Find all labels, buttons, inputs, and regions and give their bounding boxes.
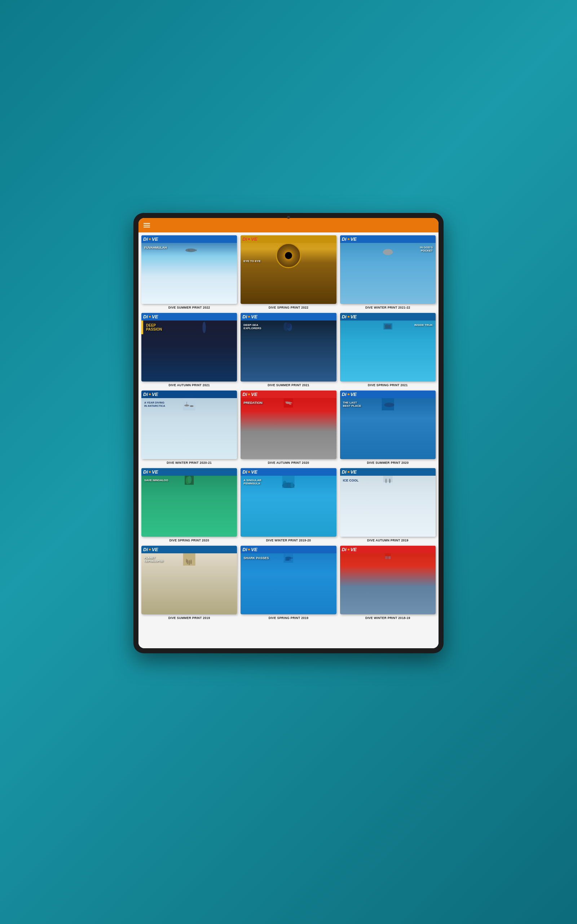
magazine-title: DIVE AUTUMN PRINT 2019 [367,538,408,542]
svg-point-44 [189,560,190,565]
content-area[interactable]: DiVE FUVAHMULAH [139,233,438,648]
magazine-title: DIVE AUTUMN PRINT 2021 [168,383,210,387]
list-item[interactable]: DiVE DEEP-SEAEXPLORERS [240,313,336,387]
magazine-cover-spring2021[interactable]: DiVE INSIDE TRUK [340,313,436,381]
magazine-cover-summer2020[interactable]: DiVE THE LASTBEST PLACE [340,391,436,459]
svg-point-21 [285,401,288,402]
magazine-cover-autumn2019[interactable]: DiVE [340,468,436,537]
svg-point-16 [190,405,193,407]
magazine-title: DIVE SPRING PRINT 2019 [269,616,309,620]
magazine-title: DIVE SUMMER PRINT 2021 [268,383,309,387]
list-item[interactable]: DiVE [340,546,436,620]
magazine-title: DIVE SUMMER PRINT 2020 [367,461,409,465]
svg-point-52 [285,559,290,561]
list-item[interactable]: DiVE THE LASTBEST PLACE [340,391,436,465]
magazine-title: DIVE SUMMER PRINT 2019 [168,616,210,620]
list-item[interactable]: DiVE IN GOD'SPOCKET [340,235,436,309]
magazine-cover-spring2020[interactable]: DiVE SAVE NINGALOO [141,468,237,537]
magazine-title: DIVE SUMMER PRINT 2022 [168,306,210,309]
magazine-cover-spring2022[interactable]: DiVE EYE TO EYE [240,235,336,304]
list-item[interactable]: DiVE INSIDE TRUK [340,313,436,387]
magazine-cover-summer2021[interactable]: DiVE DEEP-SEAEXPLORERS [240,313,336,381]
svg-point-30 [187,476,192,484]
magazine-title: DIVE WINTER PRINT 2020-21 [167,461,212,465]
svg-rect-58 [385,556,390,559]
list-item[interactable]: DiVE SAVE NINGALOO [141,468,237,542]
magazine-cover-winter2122[interactable]: DiVE IN GOD'SPOCKET [340,235,436,304]
svg-point-46 [186,559,187,562]
magazine-title: DIVE WINTER PRINT 2018-19 [365,616,410,620]
magazine-cover-autumn2020[interactable]: DiVE P [240,391,336,459]
list-item[interactable]: DiVE FUVAHMULAH [141,235,237,309]
svg-point-5 [202,321,206,333]
magazine-title: DIVE SPRING PRINT 2020 [169,538,209,542]
svg-point-34 [291,482,293,488]
magazine-title: DIVE WINTER PRINT 2021-22 [365,306,410,309]
svg-rect-13 [386,324,387,326]
list-item[interactable]: DiVE P [240,391,336,465]
magazine-title: DIVE AUTUMN PRINT 2020 [268,461,309,465]
camera [287,216,290,219]
list-item[interactable]: DiVE A SINGULARPENINSULA [240,468,336,542]
svg-point-9 [286,322,291,328]
list-item[interactable]: DiVE DEEPPASSION DIVE AUTUMN PRIN [141,313,237,387]
magazine-title: DIVE WINTER PRINT 2019-20 [266,538,311,542]
svg-point-33 [283,481,287,488]
magazine-cover-winter1819[interactable]: DiVE [340,546,436,614]
svg-point-0 [185,248,196,252]
svg-point-38 [389,478,390,483]
svg-point-50 [285,557,292,559]
magazine-cover-summer2022[interactable]: DiVE FUVAHMULAH [141,235,237,304]
list-item[interactable]: DiVE [340,468,436,542]
magazine-cover-spring2019[interactable]: DiVE S [240,546,336,614]
list-item[interactable]: DiVE A YEAR DIVINGIN ANTA [141,391,237,465]
magazine-cover-summer2019[interactable]: DiVE [141,546,237,614]
svg-point-22 [289,404,292,405]
magazine-title: DIVE SPRING PRINT 2021 [368,383,408,387]
svg-point-3 [383,249,393,255]
svg-point-2 [188,250,190,250]
svg-point-45 [190,559,192,564]
svg-rect-36 [383,482,392,485]
magazine-cover-winter1920[interactable]: DiVE A SINGULARPENINSULA [240,468,336,537]
tablet-screen: DiVE FUVAHMULAH [139,218,438,648]
list-item[interactable]: DiVE S [240,546,336,620]
list-item[interactable]: DiVE EYE TO EYE DIVE SPRING PRINT 2 [240,235,336,309]
magazine-title: DIVE SPRING PRINT 2022 [269,306,309,309]
svg-marker-1 [195,249,197,251]
magazine-cover-autumn2021[interactable]: DiVE DEEPPASSION [141,313,237,381]
magazine-cover-winter2021[interactable]: DiVE A YEAR DIVINGIN ANTA [141,391,237,459]
list-item[interactable]: DiVE [141,546,237,620]
svg-point-37 [385,478,387,483]
tablet-device: DiVE FUVAHMULAH [134,213,443,653]
magazine-grid: DiVE FUVAHMULAH [141,235,436,620]
app-header [139,218,438,233]
svg-point-24 [384,403,394,407]
menu-button[interactable] [143,223,150,228]
svg-rect-14 [183,398,195,410]
svg-rect-12 [385,325,390,329]
